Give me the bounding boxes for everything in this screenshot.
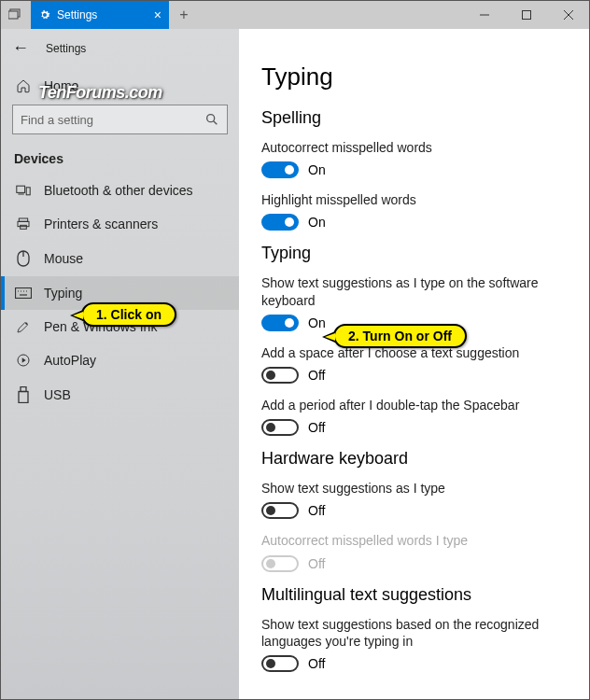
sidebar-item-mouse[interactable]: Mouse bbox=[1, 241, 239, 276]
section-heading-multilingual: Multilingual text suggestions bbox=[261, 585, 567, 605]
svg-rect-11 bbox=[19, 218, 27, 221]
toggle-state: On bbox=[308, 215, 326, 230]
mouse-icon bbox=[14, 250, 33, 267]
sidebar-item-label: Printers & scanners bbox=[44, 217, 158, 231]
search-placeholder: Find a setting bbox=[21, 113, 93, 127]
sidebar-item-autoplay[interactable]: AutoPlay bbox=[1, 343, 239, 377]
toggle-hw-autocorrect bbox=[261, 555, 299, 572]
svg-point-6 bbox=[207, 115, 215, 122]
toggle-state: Off bbox=[308, 503, 325, 518]
home-icon bbox=[14, 78, 33, 93]
new-tab-button[interactable]: + bbox=[169, 1, 199, 29]
toggle-state: Off bbox=[308, 368, 325, 383]
svg-rect-9 bbox=[26, 188, 30, 195]
taskview-icon[interactable] bbox=[1, 1, 31, 29]
gear-icon bbox=[38, 8, 51, 21]
sidebar-item-usb[interactable]: USB bbox=[1, 377, 239, 413]
toggle-state: On bbox=[308, 315, 326, 330]
callout-text: 1. Click on bbox=[96, 307, 162, 322]
sidebar: ← Settings TenForums.com Home Find a set… bbox=[1, 29, 239, 700]
home-link[interactable]: Home bbox=[1, 69, 239, 103]
setting-label: Add a period after I double-tap the Spac… bbox=[261, 397, 567, 413]
printer-icon bbox=[14, 217, 33, 231]
setting-label: Highlight misspelled words bbox=[261, 191, 567, 208]
toggle-state: Off bbox=[308, 556, 325, 571]
title-bar: Settings × + bbox=[1, 1, 589, 29]
toggle-multilingual[interactable] bbox=[261, 655, 299, 672]
toggle-suggestions[interactable] bbox=[261, 315, 299, 331]
sidebar-item-label: USB bbox=[44, 387, 71, 402]
category-heading: Devices bbox=[1, 147, 239, 174]
keyboard-icon bbox=[14, 287, 33, 299]
toggle-autocorrect[interactable] bbox=[261, 161, 299, 178]
pen-icon bbox=[14, 319, 33, 334]
svg-rect-8 bbox=[17, 186, 25, 192]
sidebar-item-label: Mouse bbox=[44, 251, 83, 266]
svg-rect-13 bbox=[21, 225, 27, 229]
setting-label: Show text suggestions based on the recog… bbox=[261, 616, 567, 650]
toggle-state: Off bbox=[308, 420, 325, 435]
svg-rect-12 bbox=[18, 221, 29, 226]
svg-point-22 bbox=[26, 323, 27, 324]
browser-tab-settings[interactable]: Settings × bbox=[31, 1, 169, 29]
svg-rect-1 bbox=[8, 11, 18, 19]
svg-rect-16 bbox=[16, 288, 32, 299]
close-button[interactable] bbox=[547, 1, 589, 29]
setting-label: Show text suggestions as I type bbox=[261, 480, 567, 497]
svg-rect-3 bbox=[522, 11, 530, 20]
setting-label: Show text suggestions as I type on the s… bbox=[261, 274, 567, 308]
sidebar-item-label: Bluetooth & other devices bbox=[44, 183, 193, 198]
toggle-state: Off bbox=[308, 656, 325, 671]
home-label: Home bbox=[44, 78, 78, 93]
content-panel: Typing Spelling Autocorrect misspelled w… bbox=[239, 29, 589, 700]
toggle-add-period[interactable] bbox=[261, 419, 299, 436]
maximize-button[interactable] bbox=[505, 1, 547, 29]
back-button[interactable]: ← bbox=[12, 38, 29, 58]
callout-text: 2. Turn On or Off bbox=[348, 329, 452, 343]
svg-rect-25 bbox=[19, 392, 28, 403]
minimize-button[interactable] bbox=[463, 1, 505, 29]
page-title: Typing bbox=[261, 63, 567, 91]
toggle-hw-suggestions[interactable] bbox=[261, 502, 299, 519]
svg-rect-24 bbox=[21, 387, 26, 392]
callout-2: 2. Turn On or Off bbox=[333, 324, 467, 348]
autoplay-icon bbox=[14, 353, 33, 368]
section-heading-spelling: Spelling bbox=[261, 108, 567, 128]
sidebar-item-label: AutoPlay bbox=[44, 353, 96, 368]
toggle-add-space[interactable] bbox=[261, 367, 299, 384]
callout-1: 1. Click on bbox=[81, 302, 176, 327]
setting-label: Autocorrect misspelled words I type bbox=[261, 532, 567, 549]
app-title: Settings bbox=[46, 42, 86, 55]
tab-close-icon[interactable]: × bbox=[154, 7, 162, 22]
sidebar-item-label: Typing bbox=[44, 286, 82, 301]
toggle-state: On bbox=[308, 162, 326, 177]
section-heading-hardware: Hardware keyboard bbox=[261, 449, 567, 469]
devices-icon bbox=[14, 184, 33, 197]
sidebar-item-bluetooth[interactable]: Bluetooth & other devices bbox=[1, 174, 239, 207]
toggle-highlight[interactable] bbox=[261, 214, 299, 231]
section-heading-typing: Typing bbox=[261, 244, 567, 263]
svg-line-7 bbox=[214, 121, 218, 125]
setting-label: Autocorrect misspelled words bbox=[261, 139, 567, 156]
search-input[interactable]: Find a setting bbox=[12, 105, 228, 134]
sidebar-item-printers[interactable]: Printers & scanners bbox=[1, 207, 239, 241]
search-icon bbox=[204, 112, 219, 127]
usb-icon bbox=[14, 386, 33, 403]
tab-title: Settings bbox=[57, 8, 97, 21]
